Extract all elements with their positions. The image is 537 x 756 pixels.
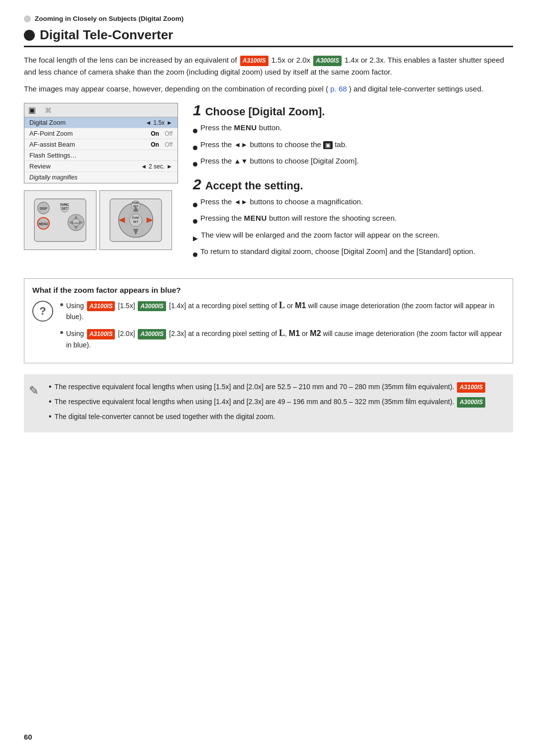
wrench-tab-icon: ⌘ — [45, 106, 52, 114]
svg-text:FUNC: FUNC — [132, 216, 139, 219]
svg-text:SET: SET — [133, 221, 139, 224]
camera-menu-header: ▣ ⌘ — [24, 103, 178, 117]
camera-tab-icon: ▣ — [28, 105, 36, 115]
intro-paragraph-1: The focal length of the lens can be incr… — [24, 54, 513, 78]
bullet-icon-3 — [193, 159, 197, 170]
camera-diagrams: DISP MENU FUNC SET — [24, 190, 178, 250]
menu-row-flash-settings[interactable]: Flash Settings… — [24, 150, 178, 161]
step2-heading: 2 Accept the setting. — [193, 177, 513, 192]
camera-menu: ▣ ⌘ Digital Zoom ◄ 1.5x ► AF-Point Zoom … — [24, 103, 178, 183]
step2-bullet-4: To return to standard digital zoom, choo… — [193, 246, 513, 260]
whatif-item-2: Using A3100IS [2.0x] A3000IS [2.3x] at a… — [60, 328, 505, 350]
bullet-icon-5 — [193, 216, 197, 227]
badge-a3000is-note2: A3000IS — [457, 397, 485, 408]
step2-bullet-1: Press the ◄► buttons to choose a magnifi… — [193, 196, 513, 211]
camera-right-svg: FUNC SET FUNC SET — [106, 195, 166, 245]
whatif-box: What if the zoom factor appears in blue?… — [24, 278, 513, 363]
menu-row-af-point-zoom[interactable]: AF-Point Zoom On Off — [24, 128, 178, 139]
svg-text:DISP: DISP — [40, 207, 48, 210]
arrow-left-2-icon: ◄ — [141, 163, 147, 170]
main-content: ▣ ⌘ Digital Zoom ◄ 1.5x ► AF-Point Zoom … — [24, 103, 513, 267]
step2-title: Accept the setting. — [205, 179, 303, 192]
circle-bullet-icon — [24, 15, 31, 22]
badge-a3000is-wi1: A3000IS — [138, 301, 166, 312]
question-mark-icon: ? — [32, 301, 53, 322]
step2-bullet-3: ▶ The view will be enlarged and the zoom… — [193, 230, 513, 244]
step1-bullet-3: Press the ▲▼ buttons to choose [Digital … — [193, 156, 513, 170]
whatif-dot-1 — [60, 303, 63, 306]
section-title-text: Digital Tele-Converter — [40, 27, 173, 43]
title-bullet-icon — [24, 30, 35, 41]
badge-a3100is-wi2: A3100IS — [87, 329, 115, 339]
svg-text:FUNC: FUNC — [132, 201, 139, 204]
badge-a3100is-note1: A3100IS — [457, 382, 485, 393]
step1-title: Choose [Digital Zoom]. — [205, 105, 325, 118]
bullet-icon-4 — [193, 199, 197, 211]
bullet-icon-2 — [193, 142, 197, 154]
section-title: Digital Tele-Converter — [24, 27, 513, 47]
svg-text:FUNC: FUNC — [72, 222, 80, 225]
step1-bullet-2: Press the ◄► buttons to choose the ▣ tab… — [193, 139, 513, 154]
badge-a3000is-wi2: A3000IS — [138, 329, 166, 339]
bullet-icon-1 — [193, 125, 197, 137]
step2-number: 2 — [193, 177, 201, 192]
note-item-3: The digital tele-converter cannot be use… — [49, 411, 505, 422]
camera-diagram-left: DISP MENU FUNC SET — [24, 190, 96, 250]
step1-bullet-1: Press the MENU button. — [193, 122, 513, 137]
whatif-dot-2 — [60, 331, 63, 334]
svg-text:MENU: MENU — [39, 222, 48, 226]
whatif-item-1: Using A3100IS [1.5x] A3000IS [1.4x] at a… — [60, 300, 505, 323]
notes-box: ✎ The respective equivalent focal length… — [24, 374, 513, 433]
step2-bullets: Press the ◄► buttons to choose a magnifi… — [193, 196, 513, 260]
notes-list: The respective equivalent focal lengths … — [49, 381, 505, 422]
badge-a3000is-intro: A3000IS — [313, 56, 342, 66]
left-column: ▣ ⌘ Digital Zoom ◄ 1.5x ► AF-Point Zoom … — [24, 103, 178, 267]
page-number: 60 — [24, 733, 32, 741]
bullet-icon-6 — [193, 249, 197, 260]
svg-text:SET: SET — [62, 207, 68, 210]
svg-text:FUNC: FUNC — [60, 203, 69, 206]
arrow-right-2-icon: ► — [167, 163, 173, 170]
right-column: 1 Choose [Digital Zoom]. Press the MENU … — [193, 103, 513, 267]
note-item-2: The respective equivalent focal lengths … — [49, 396, 505, 408]
badge-a3100is-wi1: A3100IS — [87, 301, 115, 312]
camera-left-svg: DISP MENU FUNC SET — [30, 195, 90, 245]
note-item-1: The respective equivalent focal lengths … — [49, 381, 505, 393]
step1-bullets: Press the MENU button. Press the ◄► butt… — [193, 122, 513, 170]
arrow-left-icon: ◄ — [146, 119, 152, 126]
top-label: Zooming in Closely on Subjects (Digital … — [24, 15, 513, 22]
menu-digitally-text: Digitally magnifies — [24, 172, 178, 183]
arrow-bullet-icon: ▶ — [193, 233, 198, 244]
step1-number: 1 — [193, 103, 201, 118]
top-label-text: Zooming in Closely on Subjects (Digital … — [35, 15, 183, 22]
step1-heading: 1 Choose [Digital Zoom]. — [193, 103, 513, 118]
badge-a3100is-intro: A3100IS — [240, 56, 268, 66]
menu-row-review[interactable]: Review ◄ 2 sec. ► — [24, 161, 178, 172]
step2-bullet-2: Pressing the MENU button will restore th… — [193, 213, 513, 227]
camera-diagram-right: FUNC SET FUNC SET — [99, 190, 172, 250]
arrow-right-icon: ► — [167, 119, 173, 126]
menu-row-af-assist-beam[interactable]: AF-assist Beam On Off — [24, 139, 178, 150]
whatif-content: ? Using A3100IS [1.5x] A3000IS [1.4x] at… — [32, 300, 505, 356]
whatif-items: Using A3100IS [1.5x] A3000IS [1.4x] at a… — [60, 300, 505, 356]
pencil-icon: ✎ — [29, 381, 39, 400]
whatif-title: What if the zoom factor appears in blue? — [32, 286, 505, 295]
menu-row-digital-zoom[interactable]: Digital Zoom ◄ 1.5x ► — [24, 117, 178, 128]
intro-paragraph-2: The images may appear coarse, however, d… — [24, 83, 513, 95]
